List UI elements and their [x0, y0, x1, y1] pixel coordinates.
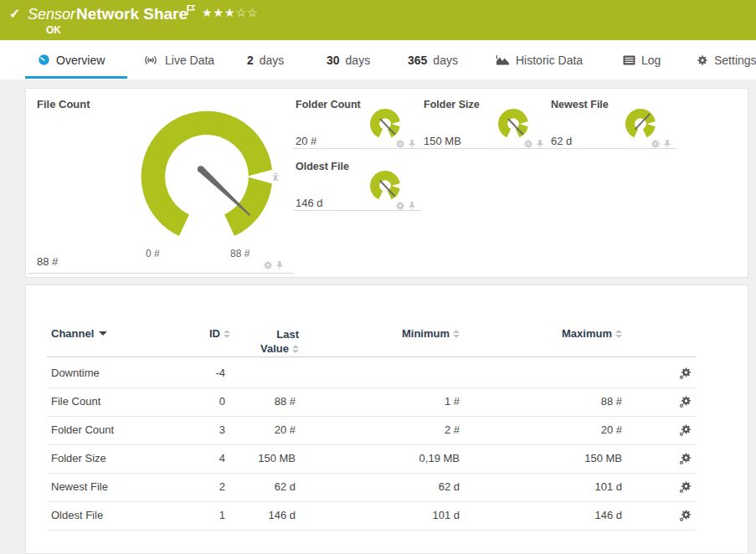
- channel-last-value: 88 #: [227, 388, 296, 414]
- channel-id: 1: [152, 502, 225, 528]
- channel-minimum: 0,19 MB: [361, 445, 460, 471]
- edit-channel-icon[interactable]: [679, 452, 692, 465]
- channel-maximum: 150 MB: [523, 445, 622, 471]
- channel-id: 0: [152, 388, 225, 414]
- tab-2-days-unit: days: [260, 54, 285, 67]
- tab-overview-label: Overview: [56, 54, 105, 67]
- table-row[interactable]: File Count088 #1 #88 #: [47, 388, 696, 417]
- tab-bar: Overview Live Data 2 days 30 days 365 da…: [0, 40, 756, 80]
- edit-channel-icon[interactable]: [679, 367, 692, 380]
- channel-minimum: 62 d: [361, 474, 460, 500]
- tab-overview[interactable]: Overview: [38, 40, 105, 80]
- table-row[interactable]: Downtime-4: [47, 360, 696, 388]
- channel-table-body: Downtime-4File Count088 #1 #88 #Folder C…: [47, 360, 696, 531]
- cell-divider: [28, 273, 294, 274]
- tab-30-days-unit: days: [346, 54, 371, 67]
- channel-minimum: 1 #: [361, 388, 460, 414]
- average-marker: x̄: [273, 172, 278, 183]
- gauge-scale-max: 88 #: [230, 248, 249, 259]
- mini-gauge-value: 150 MB: [424, 135, 461, 147]
- tab-30-days[interactable]: 30 days: [327, 40, 370, 80]
- channel-last-value: 20 #: [227, 417, 296, 443]
- gauge-scale-min: 0 #: [146, 248, 160, 259]
- mini-gauge-title: Newest File: [551, 99, 609, 110]
- pin-icon[interactable]: [535, 137, 545, 152]
- pin-icon[interactable]: [662, 137, 672, 152]
- tab-settings[interactable]: Settings: [697, 40, 756, 80]
- channel-minimum: 101 d: [361, 502, 460, 528]
- priority-stars[interactable]: ★★★☆☆: [202, 6, 259, 19]
- channel-name[interactable]: Folder Count: [51, 417, 114, 443]
- channel-gear-icon[interactable]: [523, 137, 533, 152]
- channel-gear-icon[interactable]: [395, 199, 405, 214]
- channel-maximum: 101 d: [523, 474, 622, 500]
- channel-maximum: 20 #: [523, 417, 622, 443]
- mini-gauge-value: 146 d: [296, 197, 323, 209]
- tab-historic-data-label: Historic Data: [516, 54, 583, 67]
- tab-2-days[interactable]: 2 days: [247, 40, 284, 80]
- channel-id: -4: [152, 360, 225, 386]
- broadcast-icon: [142, 54, 159, 66]
- tab-settings-label: Settings: [714, 54, 756, 67]
- sort-icon: [615, 330, 622, 338]
- mini-gauge-title: Oldest File: [296, 161, 349, 172]
- channel-name[interactable]: Downtime: [51, 360, 100, 386]
- tab-365-days[interactable]: 365 days: [408, 40, 458, 80]
- channel-minimum: 2 #: [361, 417, 460, 443]
- channel-last-value: 62 d: [227, 474, 296, 500]
- edit-channel-icon[interactable]: [679, 480, 692, 494]
- channel-name[interactable]: Newest File: [51, 474, 108, 500]
- pin-icon[interactable]: [275, 259, 285, 274]
- mini-gauge-title: Folder Count: [296, 99, 361, 110]
- channel-gear-icon[interactable]: [263, 259, 273, 274]
- column-header-last-value[interactable]: LastValue: [227, 327, 299, 356]
- content-area: File Count x̄ 0 # 88 # 88 # Folder Count: [0, 80, 756, 554]
- column-header-maximum[interactable]: Maximum: [540, 327, 622, 340]
- mini-gauge: [493, 105, 533, 139]
- channel-maximum: 88 #: [523, 388, 622, 414]
- tab-log-label: Log: [641, 54, 661, 67]
- mini-gauge-oldest-file: Oldest File 146 d: [294, 157, 421, 211]
- table-row[interactable]: Oldest File1146 d101 d146 d: [47, 502, 696, 531]
- mini-gauge: [620, 105, 661, 139]
- pin-icon[interactable]: [407, 199, 417, 214]
- column-header-channel[interactable]: Channel: [51, 327, 107, 340]
- channel-name[interactable]: Folder Size: [51, 445, 106, 471]
- mini-gauge-folder-count: Folder Count 20 #: [294, 95, 421, 149]
- channel-name[interactable]: File Count: [51, 388, 100, 414]
- header-divider: [47, 357, 696, 357]
- mini-gauge-folder-size: Folder Size 150 MB: [422, 95, 549, 149]
- sensor-status-bar: ✓ Sensor Network Share ★★★☆☆ OK: [0, 0, 756, 40]
- channel-gear-icon[interactable]: [651, 137, 661, 152]
- gauge-icon: [38, 54, 50, 66]
- tab-historic-data[interactable]: Historic Data: [496, 40, 583, 80]
- table-row[interactable]: Newest File262 d62 d101 d: [47, 474, 696, 502]
- tab-live-data[interactable]: Live Data: [142, 40, 214, 80]
- tab-2-days-number: 2: [247, 54, 254, 67]
- tab-log[interactable]: Log: [623, 40, 661, 80]
- pin-icon[interactable]: [407, 137, 417, 152]
- column-header-id[interactable]: ID: [152, 327, 230, 340]
- log-list-icon: [623, 55, 635, 65]
- object-type-label: Sensor: [28, 6, 75, 23]
- sort-icon: [292, 345, 299, 353]
- sort-icon: [453, 330, 460, 338]
- mini-gauge-title: Folder Size: [424, 99, 480, 110]
- sort-active-icon: [99, 331, 107, 336]
- table-row[interactable]: Folder Count320 #2 #20 #: [47, 417, 696, 445]
- edit-channel-icon[interactable]: [679, 395, 692, 408]
- channel-gear-icon[interactable]: [395, 137, 405, 152]
- channel-name[interactable]: Oldest File: [51, 502, 103, 528]
- prtg-sensor-page: { "header": { "checkmark": "✓", "type_la…: [0, 0, 756, 554]
- column-header-minimum[interactable]: Minimum: [378, 327, 460, 340]
- edit-channel-icon[interactable]: [679, 423, 692, 437]
- table-row[interactable]: Folder Size4150 MB0,19 MB150 MB: [47, 445, 696, 474]
- flag-icon[interactable]: [186, 4, 196, 19]
- primary-gauge-value: 88 #: [37, 255, 58, 268]
- sensor-name: Network Share: [76, 5, 188, 23]
- mini-gauge-value: 62 d: [551, 135, 572, 147]
- tab-365-days-unit: days: [433, 54, 458, 67]
- edit-channel-icon[interactable]: [679, 509, 692, 522]
- mini-gauge-value: 20 #: [296, 135, 316, 147]
- mini-gauge: [365, 167, 405, 201]
